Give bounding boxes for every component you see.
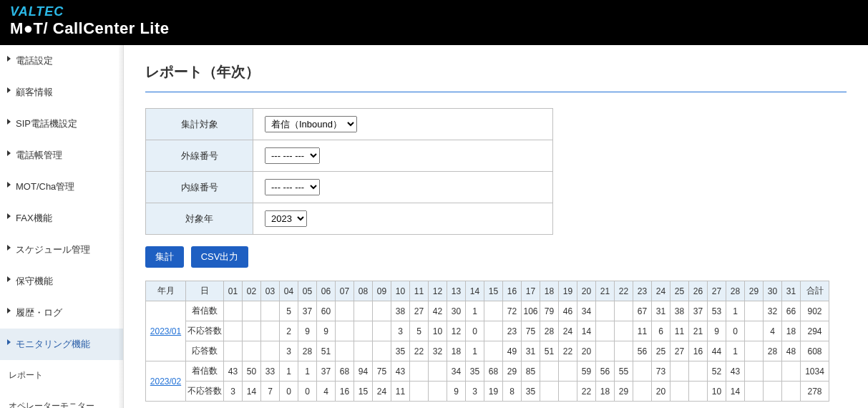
- table-cell: 11: [391, 382, 410, 402]
- table-cell: 38: [670, 301, 689, 321]
- table-cell: 1: [726, 341, 745, 361]
- table-cell: 18: [596, 382, 615, 402]
- table-cell: [615, 301, 633, 321]
- table-header: 合計: [801, 281, 829, 301]
- table-cell: [336, 341, 354, 361]
- table-header: 08: [354, 281, 373, 301]
- table-cell: [224, 341, 243, 361]
- table-cell: [243, 341, 261, 361]
- sidebar-item-0[interactable]: 電話設定: [0, 45, 123, 77]
- table-cell: [429, 382, 447, 402]
- table-cell: 29: [615, 382, 633, 402]
- table-header: 日: [186, 281, 224, 301]
- table-cell: 38: [391, 301, 410, 321]
- table-cell: [689, 361, 708, 382]
- table-cell: 37: [298, 301, 317, 321]
- table-cell: 24: [559, 321, 577, 341]
- table-cell: 55: [615, 361, 633, 382]
- filter-year-select[interactable]: 2023: [265, 210, 307, 227]
- table-header: 09: [373, 281, 391, 301]
- table-header: 02: [243, 281, 261, 301]
- sidebar-item-label: 顧客情報: [16, 87, 53, 97]
- table-cell: [782, 382, 801, 402]
- table-cell: 46: [559, 301, 577, 321]
- table-cell: 68: [484, 361, 503, 382]
- sidebar-item-1[interactable]: 顧客情報: [0, 77, 123, 108]
- filter-ext-select[interactable]: --- --- ---: [265, 147, 320, 164]
- table-cell: [559, 361, 577, 382]
- table-cell: 19: [484, 382, 503, 402]
- table-cell: 42: [429, 301, 447, 321]
- table-cell: 35: [522, 382, 540, 402]
- table-cell: 5: [280, 301, 298, 321]
- row-total: 608: [801, 341, 829, 361]
- table-cell: [429, 361, 447, 382]
- table-cell: [354, 301, 373, 321]
- table-cell: [354, 321, 373, 341]
- table-header: 23: [633, 281, 652, 301]
- sidebar-item-11[interactable]: オペレーターモニター: [0, 391, 123, 408]
- table-cell: 31: [522, 341, 540, 361]
- table-cell: 3: [391, 321, 410, 341]
- row-metric-label: 着信数: [186, 361, 224, 382]
- sidebar-item-3[interactable]: 電話帳管理: [0, 140, 123, 171]
- table-cell: [243, 301, 261, 321]
- table-cell: 27: [670, 341, 689, 361]
- table-cell: [224, 301, 243, 321]
- table-header: 年月: [146, 281, 186, 301]
- page-title: レポート（年次）: [145, 62, 847, 82]
- sidebar-item-8[interactable]: 履歴・ログ: [0, 297, 123, 329]
- table-cell: 10: [708, 382, 726, 402]
- row-metric-label: 着信数: [186, 301, 224, 321]
- table-cell: 72: [503, 301, 522, 321]
- table-cell: 18: [782, 321, 801, 341]
- table-cell: 50: [243, 361, 261, 382]
- table-cell: 51: [540, 341, 559, 361]
- sidebar-item-4[interactable]: MOT/Cha管理: [0, 171, 123, 203]
- row-metric-label: 応答数: [186, 341, 224, 361]
- sidebar-item-5[interactable]: FAX機能: [0, 203, 123, 234]
- table-cell: [745, 341, 764, 361]
- sidebar-item-6[interactable]: スケジュール管理: [0, 234, 123, 266]
- table-cell: 68: [336, 361, 354, 382]
- table-header: 20: [577, 281, 596, 301]
- yearmonth-link[interactable]: 2023/02: [146, 361, 186, 402]
- sidebar-item-7[interactable]: 保守機能: [0, 266, 123, 297]
- table-cell: 34: [577, 301, 596, 321]
- table-cell: [596, 341, 615, 361]
- csv-export-button[interactable]: CSV出力: [191, 246, 249, 268]
- table-cell: 43: [391, 361, 410, 382]
- yearmonth-link[interactable]: 2023/01: [146, 301, 186, 361]
- table-cell: 53: [708, 301, 726, 321]
- sidebar-item-2[interactable]: SIP電話機設定: [0, 108, 123, 140]
- table-header: 31: [782, 281, 801, 301]
- sidebar-item-label: 保守機能: [16, 276, 53, 286]
- sidebar-item-label: モニタリング機能: [16, 339, 90, 349]
- sidebar-item-9[interactable]: モニタリング機能: [0, 329, 123, 360]
- table-cell: 14: [243, 382, 261, 402]
- table-cell: 9: [447, 382, 466, 402]
- table-cell: [540, 361, 559, 382]
- table-cell: 10: [429, 321, 447, 341]
- aggregate-button[interactable]: 集計: [145, 246, 184, 268]
- caret-right-icon: [7, 119, 11, 125]
- table-cell: 2: [280, 321, 298, 341]
- table-header: 27: [708, 281, 726, 301]
- row-total: 278: [801, 382, 829, 402]
- table-cell: 34: [447, 361, 466, 382]
- table-cell: 79: [540, 301, 559, 321]
- filter-int-select[interactable]: --- --- ---: [265, 179, 320, 195]
- table-cell: 14: [577, 321, 596, 341]
- table-cell: 16: [689, 341, 708, 361]
- table-cell: 9: [298, 321, 317, 341]
- filter-target-select[interactable]: 着信（Inbound）: [265, 116, 357, 132]
- table-cell: [689, 382, 708, 402]
- table-cell: 37: [689, 301, 708, 321]
- filter-target-label: 集計対象: [146, 109, 253, 140]
- table-header: 28: [726, 281, 745, 301]
- sidebar-item-10[interactable]: レポート: [0, 360, 123, 391]
- table-header: 11: [410, 281, 429, 301]
- table-header: 19: [559, 281, 577, 301]
- table-cell: 28: [298, 341, 317, 361]
- table-cell: 23: [503, 321, 522, 341]
